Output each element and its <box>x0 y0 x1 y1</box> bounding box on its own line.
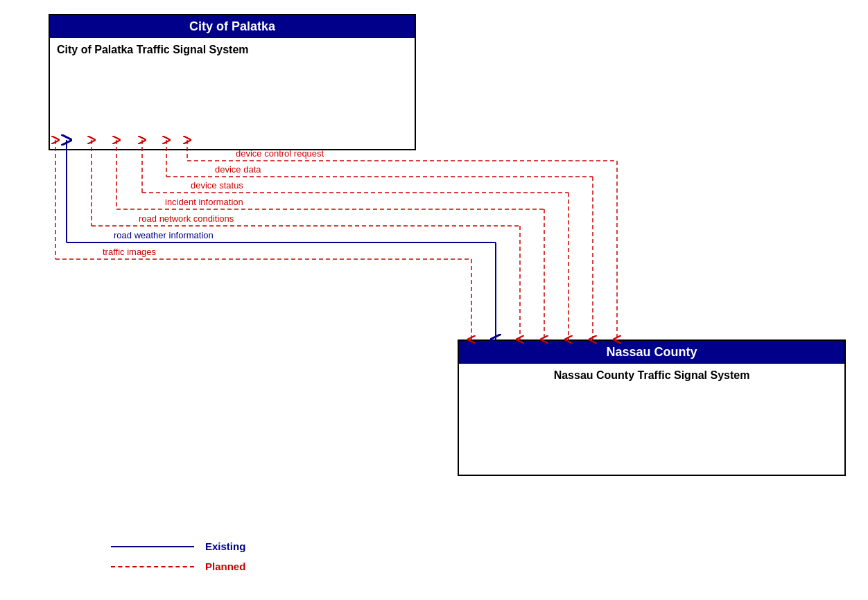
planned-line <box>111 566 194 567</box>
legend-planned: Planned <box>111 561 245 572</box>
legend-existing: Existing <box>111 540 245 552</box>
svg-text:device data: device data <box>215 164 261 175</box>
legend: Existing Planned <box>111 540 245 572</box>
nassau-header: Nassau County <box>459 341 844 364</box>
palatka-body: City of Palatka Traffic Signal System <box>50 38 415 149</box>
diagram-container: City of Palatka City of Palatka Traffic … <box>0 0 868 600</box>
svg-text:device status: device status <box>191 180 243 191</box>
existing-line <box>111 546 194 547</box>
planned-label: Planned <box>205 561 245 572</box>
svg-text:road weather information: road weather information <box>114 230 214 240</box>
nassau-body: Nassau County Traffic Signal System <box>459 364 844 475</box>
palatka-box: City of Palatka City of Palatka Traffic … <box>49 14 416 150</box>
svg-text:road network conditions: road network conditions <box>139 213 234 224</box>
svg-text:traffic images: traffic images <box>103 247 157 257</box>
existing-label: Existing <box>205 540 245 552</box>
svg-text:incident information: incident information <box>165 197 243 207</box>
palatka-header: City of Palatka <box>50 15 415 38</box>
nassau-box: Nassau County Nassau County Traffic Sign… <box>458 339 846 476</box>
